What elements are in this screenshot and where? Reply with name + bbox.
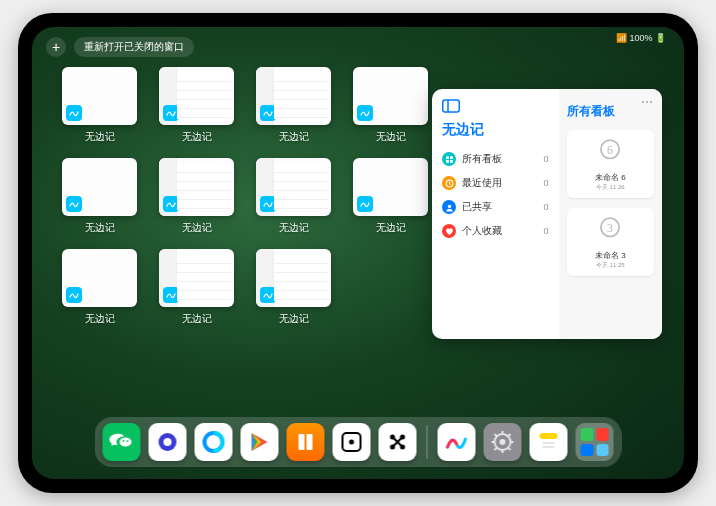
sidebar-item-count: 0: [543, 202, 548, 212]
sidebar-item-label: 个人收藏: [462, 224, 502, 238]
books-icon: [294, 430, 318, 454]
thumbnail-label: 无边记: [353, 130, 428, 144]
freeform-app-icon: [260, 287, 276, 303]
svg-rect-18: [299, 434, 305, 450]
window-thumbnail[interactable]: 无边记: [62, 158, 137, 235]
panel-rows: 所有看板 0 最近使用 0 已共享 0 个人收藏 0: [442, 147, 549, 243]
svg-rect-3: [450, 156, 453, 159]
dice-icon: [340, 430, 364, 454]
dock-app-books[interactable]: [287, 423, 325, 461]
svg-line-37: [508, 434, 511, 437]
svg-rect-4: [446, 160, 449, 163]
sidebar-item-count: 0: [543, 226, 548, 236]
heart-icon: [442, 224, 456, 238]
sidebar-item[interactable]: 已共享 0: [442, 195, 549, 219]
freeform-app-icon: [163, 105, 179, 121]
board-time: 今天 11:25: [573, 261, 649, 270]
wechat-icon: [110, 430, 134, 454]
svg-point-12: [120, 438, 132, 447]
folder-mini-app: [581, 444, 594, 457]
board-scribble-icon: 6: [593, 136, 627, 166]
window-thumbnail[interactable]: 无边记: [159, 158, 234, 235]
window-thumbnail[interactable]: 无边记: [256, 67, 331, 144]
quark-icon: [156, 430, 180, 454]
thumbnail-preview: [256, 249, 331, 307]
more-icon[interactable]: ⋯: [641, 95, 654, 109]
svg-text:3: 3: [607, 222, 613, 235]
thumbnail-label: 无边记: [256, 312, 331, 326]
window-thumbnail[interactable]: 无边记: [353, 67, 428, 144]
dock-app-folder[interactable]: [576, 423, 614, 461]
screen: 📶 100% 🔋 + 重新打开已关闭的窗口 无边记 无边记 无边记: [32, 27, 684, 479]
thumbnail-preview: [159, 67, 234, 125]
thumbnail-label: 无边记: [353, 221, 428, 235]
sidebar-item[interactable]: 个人收藏 0: [442, 219, 549, 243]
board-name: 未命名 6: [573, 172, 649, 183]
dock-app-freeform[interactable]: [438, 423, 476, 461]
window-thumbnail[interactable]: 无边记: [353, 158, 428, 235]
svg-line-34: [495, 434, 498, 437]
dock-app-qqbrowser[interactable]: [195, 423, 233, 461]
svg-rect-2: [446, 156, 449, 159]
panel-sidebar: 无边记 所有看板 0 最近使用 0 已共享 0 个人收藏 0: [432, 89, 559, 339]
window-thumbnail[interactable]: 无边记: [159, 249, 234, 326]
svg-line-36: [495, 447, 498, 450]
settings-icon: [491, 430, 515, 454]
thumbnail-label: 无边记: [256, 221, 331, 235]
thumbnail-preview: [353, 158, 428, 216]
dock-app-settings[interactable]: [484, 423, 522, 461]
svg-point-29: [500, 439, 506, 445]
freeform-panel[interactable]: 无边记 所有看板 0 最近使用 0 已共享 0 个人收藏 0 ⋯ 所有看板: [432, 89, 662, 339]
sidebar-item-count: 0: [543, 178, 548, 188]
board-name: 未命名 3: [573, 250, 649, 261]
sidebar-toggle-icon[interactable]: [442, 99, 460, 113]
board-card[interactable]: 6 未命名 6 今天 11:26: [567, 130, 655, 198]
svg-rect-0: [443, 100, 460, 112]
dock-separator: [427, 425, 428, 459]
qqbrowser-icon: [202, 430, 226, 454]
new-window-button[interactable]: +: [46, 37, 66, 57]
sidebar-item-label: 已共享: [462, 200, 492, 214]
window-thumbnail[interactable]: 无边记: [159, 67, 234, 144]
sidebar-item[interactable]: 最近使用 0: [442, 171, 549, 195]
svg-point-13: [123, 440, 125, 442]
thumbnail-preview: [256, 158, 331, 216]
sidebar-item-label: 所有看板: [462, 152, 502, 166]
dock-app-notes[interactable]: [530, 423, 568, 461]
dock-app-quark[interactable]: [149, 423, 187, 461]
dock: [95, 417, 622, 467]
thumbnail-preview: [159, 158, 234, 216]
dock-app-play[interactable]: [241, 423, 279, 461]
window-thumbnail[interactable]: 无边记: [256, 249, 331, 326]
dock-app-dice[interactable]: [333, 423, 371, 461]
thumbnail-label: 无边记: [62, 221, 137, 235]
window-thumbnail[interactable]: 无边记: [62, 249, 137, 326]
reopen-closed-window-button[interactable]: 重新打开已关闭的窗口: [74, 37, 194, 57]
dock-app-dots[interactable]: [379, 423, 417, 461]
dock-app-wechat[interactable]: [103, 423, 141, 461]
sidebar-item[interactable]: 所有看板 0: [442, 147, 549, 171]
thumbnail-preview: [353, 67, 428, 125]
thumbnail-label: 无边记: [159, 221, 234, 235]
svg-point-14: [127, 440, 129, 442]
window-thumbnail[interactable]: 无边记: [62, 67, 137, 144]
freeform-app-icon: [357, 196, 373, 212]
folder-mini-app: [596, 428, 609, 441]
panel-content: ⋯ 所有看板 6 未命名 6 今天 11:26 3 未命名 3 今天 11:25: [559, 89, 663, 339]
svg-rect-39: [540, 433, 558, 439]
sidebar-item-label: 最近使用: [462, 176, 502, 190]
svg-text:6: 6: [607, 144, 613, 157]
svg-line-35: [508, 447, 511, 450]
thumbnail-preview: [62, 249, 137, 307]
window-thumbnail[interactable]: 无边记: [256, 158, 331, 235]
notes-icon: [537, 430, 561, 454]
window-grid: 无边记 无边记 无边记 无边记 无边记: [62, 67, 462, 326]
play-icon: [248, 430, 272, 454]
freeform-app-icon: [66, 105, 82, 121]
person-icon: [442, 200, 456, 214]
board-card[interactable]: 3 未命名 3 今天 11:25: [567, 208, 655, 276]
thumbnail-preview: [159, 249, 234, 307]
panel-title: 无边记: [442, 121, 549, 139]
freeform-icon: [445, 430, 469, 454]
svg-point-16: [164, 438, 172, 446]
